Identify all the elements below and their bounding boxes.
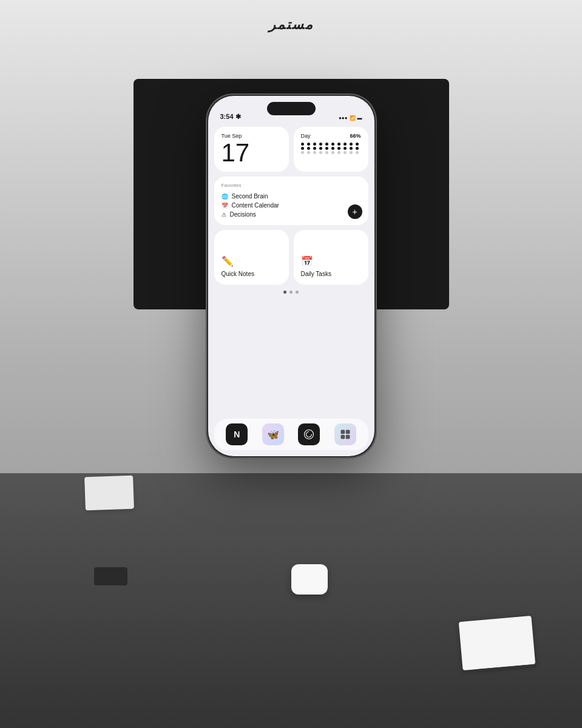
dot-cell (350, 147, 353, 150)
widget-quick-notes-label: Quick Notes (222, 271, 282, 277)
widget-day-header: Day 66% (301, 133, 361, 139)
calendar-icon: 📅 (301, 255, 361, 267)
dot-cell (356, 147, 359, 150)
widget-favorites-title: Favorites (222, 183, 361, 188)
page-dot-1 (283, 291, 286, 294)
dot-cell (307, 143, 310, 146)
widget-date[interactable]: Tue Sep 17 (214, 127, 289, 172)
dot-cell (307, 147, 310, 150)
dot-cell (313, 143, 316, 146)
fav-label-decisions: Decisions (230, 211, 256, 218)
widget-day-label: Day (301, 133, 311, 139)
fav-item-content-calendar[interactable]: 📅 Content Calendar (222, 201, 361, 210)
widget-date-number: 17 (222, 140, 282, 166)
watermark: مستمر (269, 17, 314, 33)
svg-rect-4 (346, 435, 350, 439)
dynamic-island (267, 102, 316, 115)
wifi-icon: 📶 (350, 115, 356, 121)
dot-cell (301, 151, 304, 154)
svg-rect-3 (340, 435, 345, 439)
widget-day-progress[interactable]: Day 66% (294, 127, 368, 172)
widget-favorites[interactable]: Favorites 🌐 Second Brain 📅 Content Calen… (214, 177, 368, 225)
desk-card (84, 476, 134, 511)
dot-cell (331, 151, 334, 154)
dock-notion[interactable]: N (226, 423, 248, 445)
dot-cell (313, 151, 316, 154)
fav-item-decisions[interactable]: ⚠ Decisions (222, 210, 361, 219)
dot-cell (325, 147, 328, 150)
widget-daily-tasks[interactable]: 📅 Daily Tasks (294, 230, 368, 285)
desk-notepad (459, 616, 536, 670)
dot-cell (337, 151, 340, 154)
dot-cell (343, 143, 347, 146)
dock-arc[interactable]: 🦋 (262, 423, 284, 445)
page-dot-2 (289, 291, 293, 294)
signal-icon: ●●● (339, 115, 348, 121)
dot-cell (325, 143, 328, 146)
fav-label-second-brain: Second Brain (232, 193, 268, 200)
dot-cell (331, 147, 334, 150)
widget-daily-tasks-label: Daily Tasks (301, 271, 361, 277)
dot-cell (337, 143, 340, 146)
fav-item-second-brain[interactable]: 🌐 Second Brain (222, 192, 361, 201)
phone-wrapper: 3:54 ✱ ●●● 📶 ▬ Tue Sep 17 (206, 94, 376, 458)
widget-day-percent: 66% (350, 133, 360, 139)
dot-cell (313, 147, 316, 150)
dot-cell (319, 151, 322, 154)
widget-quick-notes[interactable]: ✏️ Quick Notes (214, 230, 289, 285)
dot-cell (350, 143, 353, 146)
dot-cell (319, 147, 322, 150)
pencil-icon: ✏️ (222, 255, 282, 267)
dot-cell (307, 151, 310, 154)
widgets-row-top: Tue Sep 17 Day 66% (214, 127, 368, 172)
add-button[interactable]: + (348, 204, 362, 219)
dot-grid (301, 143, 361, 154)
dot-cell (343, 151, 347, 154)
dot-cell (356, 143, 359, 146)
dot-cell (319, 143, 322, 146)
fav-icon-calendar: 📅 (222, 203, 228, 209)
dot-cell (350, 151, 353, 154)
phone-device: 3:54 ✱ ●●● 📶 ▬ Tue Sep 17 (206, 94, 376, 458)
page-dot-3 (296, 291, 299, 294)
phone-screen: 3:54 ✱ ●●● 📶 ▬ Tue Sep 17 (208, 96, 374, 456)
watch-band (94, 567, 127, 585)
dock-chatgpt[interactable] (298, 423, 320, 445)
svg-rect-1 (340, 430, 345, 434)
dot-cell (301, 147, 304, 150)
svg-rect-2 (346, 430, 350, 434)
dot-cell (301, 143, 304, 146)
desk-airpods (291, 564, 328, 595)
fav-icon-globe: 🌐 (222, 194, 228, 200)
fav-label-content-calendar: Content Calendar (232, 202, 279, 209)
desk-surface (0, 473, 582, 728)
dot-cell (337, 147, 340, 150)
dot-cell (343, 147, 347, 150)
dock: N 🦋 (214, 419, 368, 450)
dot-cell (325, 151, 328, 154)
battery-icon: ▬ (357, 115, 362, 121)
widgets-row-bottom: ✏️ Quick Notes 📅 Daily Tasks (214, 230, 368, 285)
page-dots (214, 291, 368, 294)
screen-content: Tue Sep 17 Day 66% Favor (208, 123, 374, 456)
svg-point-0 (305, 430, 314, 439)
status-icons: ●●● 📶 ▬ (339, 115, 362, 121)
fav-icon-warning: ⚠ (222, 212, 226, 218)
dock-other[interactable] (334, 423, 356, 445)
status-time: 3:54 ✱ (220, 113, 241, 121)
dot-cell (331, 143, 334, 146)
dot-cell (356, 151, 359, 154)
